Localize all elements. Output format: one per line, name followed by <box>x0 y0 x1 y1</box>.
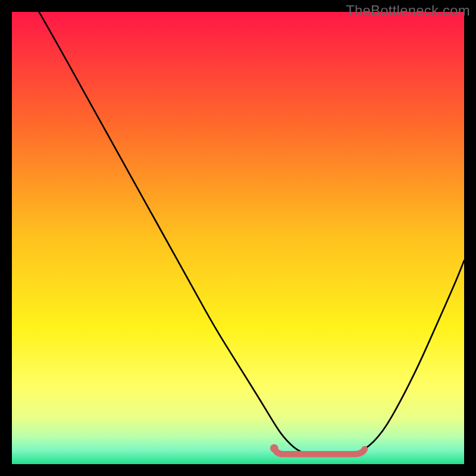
watermark-text: TheBottleneck.com <box>346 2 470 19</box>
chart-curves <box>12 12 464 464</box>
sweet-spot-start-dot <box>270 444 278 453</box>
sweet-spot-marker <box>274 448 365 454</box>
plot-area <box>12 12 464 464</box>
bottleneck-curve <box>39 12 464 455</box>
chart-frame: TheBottleneck.com <box>0 0 476 476</box>
